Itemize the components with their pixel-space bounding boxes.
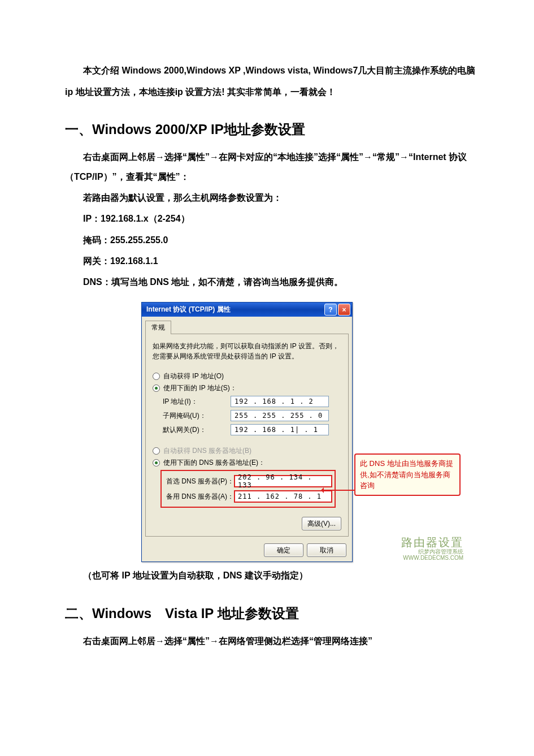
alt-dns-label: 备用 DNS 服务器(A)： xyxy=(166,492,234,502)
radio-auto-ip-label: 自动获得 IP 地址(O) xyxy=(163,371,224,381)
radio-auto-ip-row[interactable]: 自动获得 IP 地址(O) xyxy=(153,371,341,381)
callout-text: 此 DNS 地址由当地服务商提供,如不清楚请向当地服务商咨询 xyxy=(360,459,453,490)
radio-use-ip-label: 使用下面的 IP 地址(S)： xyxy=(163,383,237,393)
param-dns: DNS：填写当地 DNS 地址，如不清楚，请咨询当地服务提供商。 xyxy=(65,272,477,292)
param-gateway: 网关：192.168.1.1 xyxy=(65,251,477,271)
watermark-sub2: WWW.DEDECMS.COM xyxy=(401,555,463,561)
close-button[interactable]: × xyxy=(338,304,350,316)
section-1-note: 若路由器为默认设置，那么主机网络参数设置为： xyxy=(65,188,477,208)
subnet-mask-input[interactable]: 255 . 255 . 255 . 0 xyxy=(231,410,329,421)
radio-use-ip-row[interactable]: 使用下面的 IP 地址(S)： xyxy=(153,383,341,393)
intro-paragraph: 本文介绍 Windows 2000,Windows XP ,Windows vi… xyxy=(65,60,477,103)
tab-general[interactable]: 常规 xyxy=(145,321,171,334)
param-ip: IP：192.168.1.x（2-254） xyxy=(65,209,477,228)
cancel-button[interactable]: 取消 xyxy=(307,543,346,557)
radio-icon xyxy=(153,373,160,380)
section-2-title: 二、Windows Vista IP 地址参数设置 xyxy=(65,604,477,623)
dialog-title: Internet 协议 (TCP/IP) 属性 xyxy=(146,305,231,314)
section-2-step: 右击桌面网上邻居→选择“属性”→在网络管理侧边栏选择“管理网络连接” xyxy=(65,631,477,651)
radio-icon-selected xyxy=(153,385,160,392)
radio-auto-dns-label: 自动获得 DNS 服务器地址(B) xyxy=(163,446,251,456)
radio-use-dns-label: 使用下面的 DNS 服务器地址(E)： xyxy=(163,458,265,468)
section-1-step: 右击桌面网上邻居→选择“属性”→在网卡对应的“本地连接”选择“属性”→“常规”→… xyxy=(65,147,477,187)
ok-button[interactable]: 确定 xyxy=(264,543,303,557)
watermark-sub1: 织梦内容管理系统 xyxy=(401,548,463,555)
subnet-mask-label: 子网掩码(U)： xyxy=(163,411,231,421)
watermark-main: 路由器设置 xyxy=(401,536,463,548)
tab-panel-general: 如果网络支持此功能，则可以获取自动指派的 IP 设置。否则，您需要从网络系统管理… xyxy=(145,334,349,537)
dns-highlight-box: 首选 DNS 服务器(P)： 202 . 96 . 134 . 133 备用 D… xyxy=(160,470,336,508)
ip-address-label: IP 地址(I)： xyxy=(163,397,231,407)
primary-dns-input[interactable]: 202 . 96 . 134 . 133 xyxy=(234,475,332,487)
advanced-button[interactable]: 高级(V)... xyxy=(302,517,341,530)
gateway-label: 默认网关(D)： xyxy=(163,425,231,435)
gateway-input[interactable]: 192 . 168 . 1| . 1 xyxy=(231,424,329,435)
radio-icon xyxy=(153,447,160,455)
figure-caption: （也可将 IP 地址设置为自动获取，DNS 建议手动指定） xyxy=(65,570,477,582)
dialog-titlebar: Internet 协议 (TCP/IP) 属性 ? × xyxy=(142,303,352,317)
screenshot-figure: Internet 协议 (TCP/IP) 属性 ? × 常规 如果网络支持此功能… xyxy=(141,302,458,562)
arrow-icon xyxy=(322,490,355,491)
radio-auto-dns-row: 自动获得 DNS 服务器地址(B) xyxy=(153,446,341,456)
radio-icon-selected xyxy=(153,459,160,466)
help-button[interactable]: ? xyxy=(324,304,337,316)
ip-address-input[interactable]: 192 . 168 . 1 . 2 xyxy=(231,396,329,407)
watermark: 路由器设置 织梦内容管理系统 WWW.DEDECMS.COM xyxy=(401,536,463,561)
param-mask: 掩码：255.255.255.0 xyxy=(65,230,477,250)
dns-callout: 此 DNS 地址由当地服务商提供,如不清楚请向当地服务商咨询 xyxy=(354,453,461,496)
alt-dns-input[interactable]: 211 . 162 . 78 . 1 xyxy=(234,490,332,503)
dialog-description: 如果网络支持此功能，则可以获取自动指派的 IP 设置。否则，您需要从网络系统管理… xyxy=(153,341,341,361)
section-1-title: 一、Windows 2000/XP IP地址参数设置 xyxy=(65,120,477,139)
primary-dns-label: 首选 DNS 服务器(P)： xyxy=(166,477,234,486)
radio-use-dns-row[interactable]: 使用下面的 DNS 服务器地址(E)： xyxy=(153,458,341,468)
tcpip-properties-dialog: Internet 协议 (TCP/IP) 属性 ? × 常规 如果网络支持此功能… xyxy=(141,302,353,562)
